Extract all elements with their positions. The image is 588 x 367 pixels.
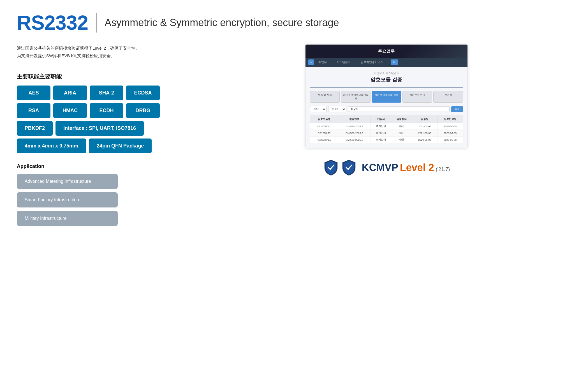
page-header: RS2332 Asymmetric & Symmetric encryption…	[17, 11, 571, 34]
screen-search-input[interactable]	[348, 106, 450, 112]
features-grid: AES ARIA SHA-2 ECDSA RSA HMAC ECDH DRBG …	[17, 86, 185, 153]
table-cell: 시/군	[391, 137, 412, 143]
description-line1: 通过国家公共机关的密码模块验证获得了Level 2，确保了安全性。	[17, 44, 185, 52]
screen-header-title: 주요업무	[378, 49, 395, 53]
screen-nav-sep1: ›	[331, 61, 332, 64]
screen-body: 주업무 > 시스템관리 암호모듈 검증 제품 및 제품 검증대상 암호모듈기술서…	[305, 67, 467, 148]
screen-tab-1[interactable]: 제품 및 제품	[310, 91, 340, 103]
screen-title-underline	[310, 87, 463, 87]
table-cell: 2020-01-08	[412, 137, 437, 143]
screen-tabs: 제품 및 제품 검증대상 암호모듈기술서 검증된 암호모듈 목록 검증부서 평가…	[310, 91, 463, 103]
screen-table: 암호모듈명 검증번호 개발사 알림항목 검증일 유효만료일 RS2332V1.0…	[310, 116, 463, 143]
screen-nav-item-2[interactable]: 시스템관리	[334, 59, 353, 65]
table-row: RS2332V1.0CM 585-2026.7IT키안시시/군2021-07-0…	[310, 123, 463, 130]
header-divider	[96, 13, 97, 33]
shield-icons	[323, 159, 357, 176]
screen-breadcrumb: 주업무 > 시스템관리	[310, 71, 463, 75]
table-cell: CM 585-2026.7	[338, 123, 371, 130]
screen-nav-item-1[interactable]: 주업무	[316, 59, 329, 65]
screen-table-header-5: 검증일	[412, 116, 437, 123]
screen-nav-item-4[interactable]: 나	[391, 59, 398, 65]
screen-nav: ⌂ 주업무 › 시스템관리 › 암호화인증서비스 › 나	[305, 58, 467, 67]
table-cell: IT키안시	[371, 130, 391, 137]
table-cell: IT키안시	[371, 137, 391, 143]
screen-tab-4[interactable]: 검증부서 평가	[402, 91, 432, 103]
feature-aria[interactable]: ARIA	[53, 86, 87, 100]
table-cell: 2026-07-05	[437, 123, 463, 130]
table-cell: RS1213-35	[310, 130, 338, 137]
screen-table-header-4: 알림항목	[391, 116, 412, 123]
kcmvp-level-text: Level 2	[400, 162, 434, 174]
screen-page-title: 암호모듈 검증	[310, 76, 463, 83]
feature-interface[interactable]: Interface : SPI, UART, ISO7816	[55, 121, 144, 136]
table-cell: 2026-03-03	[437, 130, 463, 137]
table-cell: 시/군	[391, 130, 412, 137]
screen-table-header-3: 개발사	[371, 116, 391, 123]
screen-select-1[interactable]: 시/군	[310, 106, 327, 112]
kcmvp-text: KCMVP Level 2 ('21.7)	[362, 162, 450, 174]
screen-tab-3[interactable]: 검증된 암호모듈 목록	[372, 91, 401, 103]
feature-aes[interactable]: AES	[17, 86, 50, 100]
description-line2: 为支持开发提供SW库和EVB Kit,支持轻松应用安全。	[17, 52, 185, 59]
table-cell: 시/군	[391, 123, 412, 130]
app-item-ami[interactable]: Advanced Metering Infrastructure	[17, 174, 118, 189]
table-row: RS2332V1.0CM 580-2025.5IT키안시시/군2020-01-0…	[310, 137, 463, 143]
feature-ecdsa[interactable]: ECDSA	[126, 86, 160, 100]
feature-pbkdf2[interactable]: PBKDF2	[17, 121, 53, 136]
functions-title: 主要职能主要职能	[17, 73, 185, 80]
screen-tab-2[interactable]: 검증대상 암호모듈기술서	[341, 91, 371, 103]
product-name: RS2332	[17, 11, 88, 34]
screen-nav-home-icon[interactable]: ⌂	[308, 59, 314, 65]
kcmvp-year-text: ('21.7)	[436, 167, 450, 172]
screen-nav-sep3: ›	[388, 61, 388, 64]
application-title: Application	[17, 163, 185, 169]
table-cell: 2021-07-05	[412, 123, 437, 130]
header-subtitle: Asymmetric & Symmetric encryption, secur…	[105, 17, 339, 29]
table-cell: CM 583-2026.3	[338, 130, 371, 137]
main-content: 通过国家公共机关的密码模块验证获得了Level 2，确保了安全性。 为支持开发提…	[17, 44, 571, 229]
feature-package[interactable]: 24pin QFN Package	[89, 139, 152, 153]
description: 通过国家公共机关的密码模块验证获得了Level 2，确保了安全性。 为支持开发提…	[17, 44, 185, 59]
feature-ecdh[interactable]: ECDH	[90, 103, 123, 118]
table-cell: RS2332V1.0	[310, 123, 338, 130]
feature-rsa[interactable]: RSA	[17, 103, 50, 118]
shield-icon-2	[341, 159, 357, 176]
table-cell: CM 580-2025.5	[338, 137, 371, 143]
table-cell: IT키안시	[371, 123, 391, 130]
screen-nav-item-3[interactable]: 암호화인증서비스	[358, 59, 385, 65]
feature-size[interactable]: 4mm x 4mm x 0.75mm	[17, 139, 86, 153]
screen-table-header-6: 유효만료일	[437, 116, 463, 123]
left-panel: 通过国家公共机关的密码模块验证获得了Level 2，确保了安全性。 为支持开发提…	[17, 44, 185, 229]
screenshot-mockup: 주요업무 ⌂ 주업무 › 시스템관리 › 암호화인증서비스 › 나 주업무 > …	[305, 44, 468, 148]
screen-table-header-2: 검증번호	[338, 116, 371, 123]
table-cell: RS2332V1.0	[310, 137, 338, 143]
right-panel: 주요업무 ⌂ 주업무 › 시스템관리 › 암호화인증서비스 › 나 주업무 > …	[202, 44, 571, 176]
kcmvp-badge: KCMVP Level 2 ('21.7)	[323, 159, 450, 176]
table-cell: 2021-03-03	[412, 130, 437, 137]
screen-header: 주요업무	[305, 45, 467, 58]
table-row: RS1213-35CM 583-2026.3IT키안시시/군2021-03-03…	[310, 130, 463, 137]
screen-table-header-1: 암호모듈명	[310, 116, 338, 123]
feature-sha2[interactable]: SHA-2	[90, 86, 123, 100]
application-section: Application Advanced Metering Infrastruc…	[17, 163, 185, 226]
table-cell: 2025-01-08	[437, 137, 463, 143]
app-item-smart-factory[interactable]: Smart Factory Infrastructure	[17, 192, 118, 207]
screen-tab-5[interactable]: 신청창	[433, 91, 463, 103]
screen-search-button[interactable]: 검색	[451, 106, 463, 112]
screen-select-2[interactable]: 전도서	[328, 106, 346, 112]
screen-nav-sep2: ›	[355, 61, 356, 64]
kcmvp-main-text: KCMVP	[362, 162, 398, 174]
shield-icon-1	[323, 159, 339, 176]
screen-filter: 시/군 전도서 검색	[310, 106, 463, 112]
feature-drbg[interactable]: DRBG	[126, 103, 160, 118]
app-item-military[interactable]: Military Infrastructure	[17, 211, 118, 226]
feature-hmac[interactable]: HMAC	[53, 103, 87, 118]
